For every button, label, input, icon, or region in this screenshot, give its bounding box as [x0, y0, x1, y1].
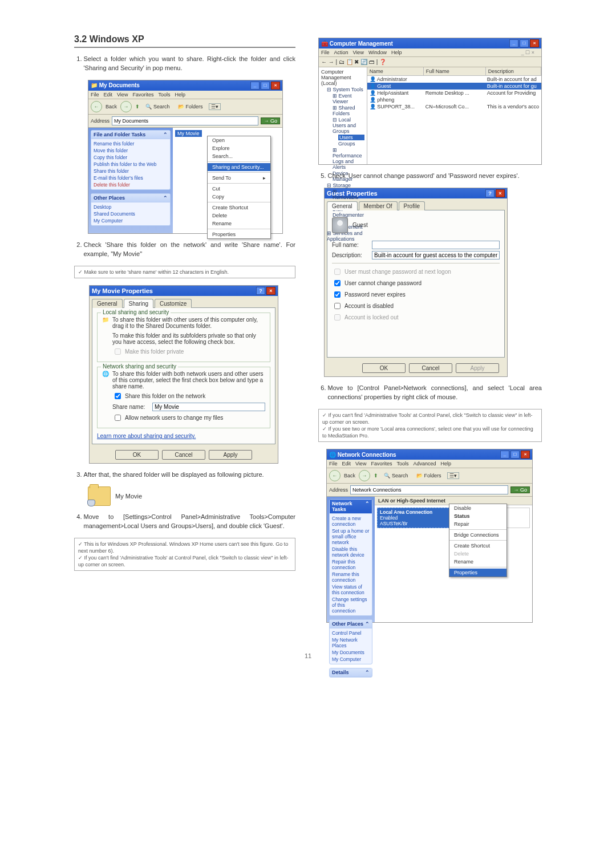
- step-3: After that, the shared folder will be di…: [84, 470, 296, 480]
- tree-pane[interactable]: Computer Management (Local) ⊟ System Too…: [319, 67, 367, 164]
- section-heading: 3.2 Windows XP: [74, 34, 295, 48]
- maximize-icon: □: [261, 82, 270, 90]
- allow-change-checkbox[interactable]: [115, 415, 121, 421]
- context-properties: Properties: [449, 569, 506, 577]
- shared-folder-thumbnail: My Movie: [88, 486, 295, 506]
- window-buttons[interactable]: _□×: [499, 451, 530, 459]
- step-1: Select a folder which you want to share.…: [84, 55, 296, 73]
- step-5: Check 'User cannot change password' and …: [328, 172, 542, 181]
- folder-icon: 📁: [91, 82, 98, 88]
- context-menu[interactable]: Open Explore Search... Sharing and Secur…: [207, 136, 271, 239]
- minimize-icon: _: [250, 82, 260, 90]
- user-icon: [332, 217, 348, 233]
- globe-icon: 🌐: [102, 371, 109, 424]
- address-input[interactable]: [350, 485, 508, 494]
- account-disabled-checkbox[interactable]: [334, 303, 341, 309]
- make-private-checkbox: [115, 348, 121, 355]
- fullname-input[interactable]: [372, 241, 500, 249]
- step-4: Move to [Settings>Control Panel>Administ…: [84, 513, 296, 531]
- screenshot-network-connections: 🌐 Network Connections _□× FileEditViewFa…: [326, 449, 533, 623]
- learn-more-link[interactable]: Learn more about sharing and security.: [97, 433, 196, 439]
- window-buttons[interactable]: _□×: [508, 39, 539, 47]
- row-guest: 👤 GuestBuilt-in account for gu: [367, 83, 541, 90]
- ok-button[interactable]: OK: [362, 363, 406, 373]
- context-menu[interactable]: Disable Status Repair Bridge Connections…: [449, 504, 507, 577]
- note-step6: ✓ If you can't find 'Administrative Tool…: [318, 409, 542, 443]
- menubar[interactable]: FileEditViewFavoritesToolsHelp: [88, 91, 282, 99]
- close-icon[interactable]: ×: [496, 189, 505, 197]
- screenshot-computer-management: 🧰 Computer Management _□× FileActionView…: [318, 38, 542, 165]
- lan-tile[interactable]: Local Area Connection Enabled ASUSTeK/Br: [377, 508, 451, 528]
- note-sharename: ✓ Make sure to write 'share name' within…: [74, 266, 295, 278]
- user-list[interactable]: Name Full Name Description 👤 Administrat…: [367, 67, 541, 164]
- forward-icon: →: [120, 101, 132, 112]
- close-icon[interactable]: ×: [266, 287, 275, 295]
- help-icon[interactable]: ?: [256, 287, 265, 295]
- screenshot-folder-properties: My Movie Properties ?× General Sharing C…: [89, 285, 278, 464]
- back-icon: ←: [329, 470, 341, 481]
- forward-icon: →: [359, 470, 370, 481]
- cancel-button[interactable]: Cancel: [409, 363, 452, 373]
- back-icon: ←: [91, 101, 102, 112]
- screenshot-my-documents: 📁 My Documents _□× FileEditViewFavorites…: [88, 80, 283, 234]
- selected-folder[interactable]: My Movie: [175, 130, 202, 137]
- apply-button[interactable]: Apply: [209, 450, 252, 460]
- step-2: Check 'Share this folder on the network'…: [84, 241, 296, 259]
- chevron-up-icon: ⌃: [163, 132, 168, 137]
- menubar[interactable]: FileActionViewWindowHelp _ ☐ ×: [319, 48, 541, 57]
- address-input[interactable]: [112, 116, 258, 125]
- share-name-input[interactable]: [152, 403, 265, 411]
- help-icon[interactable]: ?: [485, 189, 495, 197]
- window-buttons[interactable]: _□×: [249, 82, 280, 90]
- go-button[interactable]: → Go: [261, 117, 280, 124]
- note-step4: ✓ This is for Windows XP Professional. W…: [74, 538, 295, 571]
- cannot-change-pw-checkbox[interactable]: [334, 280, 341, 286]
- pw-never-expires-checkbox[interactable]: [334, 291, 341, 298]
- step-6: Move to [Control Panel>Network connectio…: [328, 384, 542, 402]
- apply-button: Apply: [456, 363, 499, 373]
- chevron-up-icon: ⌃: [163, 195, 168, 201]
- folder-icon: 📁: [102, 317, 109, 358]
- shared-folder-icon: [88, 486, 111, 506]
- share-network-checkbox[interactable]: [115, 393, 121, 399]
- tabs[interactable]: General Sharing Customize: [90, 296, 278, 307]
- close-icon: ×: [271, 82, 280, 90]
- cancel-button[interactable]: Cancel: [162, 450, 205, 460]
- must-change-pw-checkbox: [334, 269, 341, 275]
- tree-users-selected: Users: [338, 135, 364, 140]
- description-input[interactable]: [372, 251, 500, 259]
- context-sharing-security: Sharing and Security...: [208, 163, 270, 171]
- ok-button[interactable]: OK: [115, 450, 159, 460]
- account-locked-checkbox: [334, 314, 341, 321]
- toolbar[interactable]: ← Back → ⬆ 🔍 Search 📂 Folders ☰▾: [88, 99, 282, 115]
- go-button[interactable]: → Go: [510, 486, 530, 493]
- page-number: 11: [74, 652, 542, 659]
